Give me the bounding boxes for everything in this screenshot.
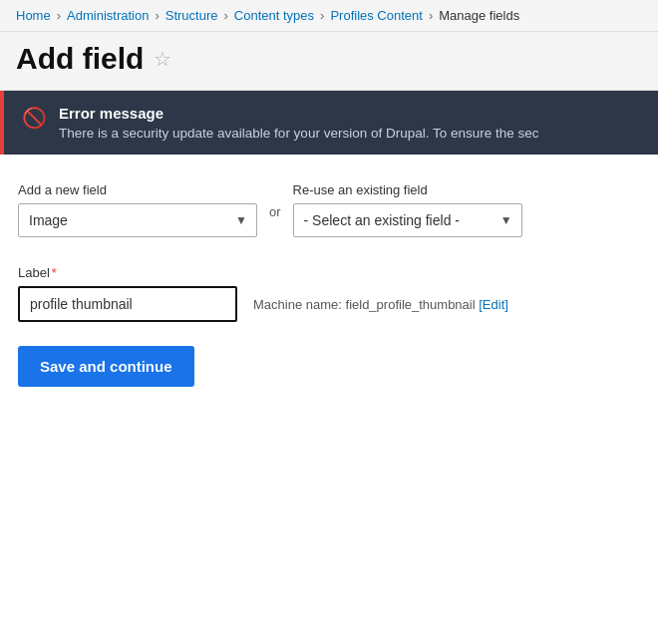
reuse-field-group: Re-use an existing field - Select an exi… <box>293 182 522 237</box>
error-icon: 🚫 <box>22 106 47 130</box>
breadcrumb-structure[interactable]: Structure <box>165 8 218 23</box>
label-section: Label * Machine name: field_profile_thum… <box>18 265 640 322</box>
reuse-field-label: Re-use an existing field <box>293 182 522 197</box>
form-area: Add a new field Image Text Number Boolea… <box>0 155 658 415</box>
label-field-title-text: Label <box>18 265 50 280</box>
reuse-field-select-wrapper: - Select an existing field - ▼ <box>293 203 522 237</box>
breadcrumb-manage-fields: Manage fields <box>439 8 519 23</box>
add-new-field-group: Add a new field Image Text Number Boolea… <box>18 182 257 237</box>
breadcrumb-sep-2: › <box>155 8 159 23</box>
error-banner: 🚫 Error message There is a security upda… <box>0 91 658 155</box>
breadcrumb-content-types[interactable]: Content types <box>234 8 314 23</box>
breadcrumb-administration[interactable]: Administration <box>67 8 149 23</box>
breadcrumb-sep-4: › <box>320 8 324 23</box>
field-selection-row: Add a new field Image Text Number Boolea… <box>18 182 640 237</box>
error-text-block: Error message There is a security update… <box>59 105 539 141</box>
favorite-star-icon[interactable]: ☆ <box>154 47 171 71</box>
breadcrumb: Home › Administration › Structure › Cont… <box>0 0 658 32</box>
required-star-icon: * <box>52 265 57 280</box>
breadcrumb-sep-1: › <box>57 8 61 23</box>
reuse-field-select[interactable]: - Select an existing field - <box>293 203 522 237</box>
main-content: 🚫 Error message There is a security upda… <box>0 91 658 415</box>
label-input[interactable] <box>18 286 237 322</box>
error-title: Error message <box>59 105 539 122</box>
add-new-field-select-wrapper: Image Text Number Boolean File Reference… <box>18 203 257 237</box>
machine-name-prefix: Machine name: <box>253 297 342 312</box>
label-input-row: Machine name: field_profile_thumbnail [E… <box>18 286 640 322</box>
add-new-field-label: Add a new field <box>18 182 257 197</box>
page-header: Add field ☆ <box>0 32 658 91</box>
breadcrumb-home[interactable]: Home <box>16 8 51 23</box>
machine-name-edit-link[interactable]: [Edit] <box>479 297 508 312</box>
breadcrumb-sep-3: › <box>224 8 228 23</box>
page-title: Add field <box>16 42 144 76</box>
label-field-title: Label * <box>18 265 640 280</box>
or-label: or <box>269 204 281 229</box>
machine-name-text: Machine name: field_profile_thumbnail [E… <box>253 297 508 312</box>
add-new-field-select[interactable]: Image Text Number Boolean File Reference <box>18 203 257 237</box>
error-body: There is a security update available for… <box>59 126 539 141</box>
machine-name-value: field_profile_thumbnail <box>346 297 476 312</box>
breadcrumb-sep-5: › <box>429 8 433 23</box>
save-and-continue-button[interactable]: Save and continue <box>18 346 194 387</box>
breadcrumb-profiles-content[interactable]: Profiles Content <box>330 8 423 23</box>
